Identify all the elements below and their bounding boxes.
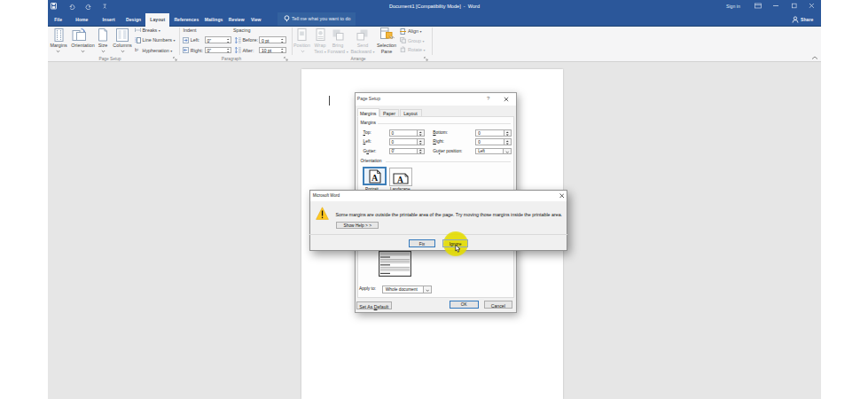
svg-text:A: A	[371, 172, 379, 182]
svg-text:A: A	[397, 175, 403, 184]
svg-text:b¹: b¹	[135, 48, 139, 52]
svg-text:2: 2	[135, 40, 137, 43]
